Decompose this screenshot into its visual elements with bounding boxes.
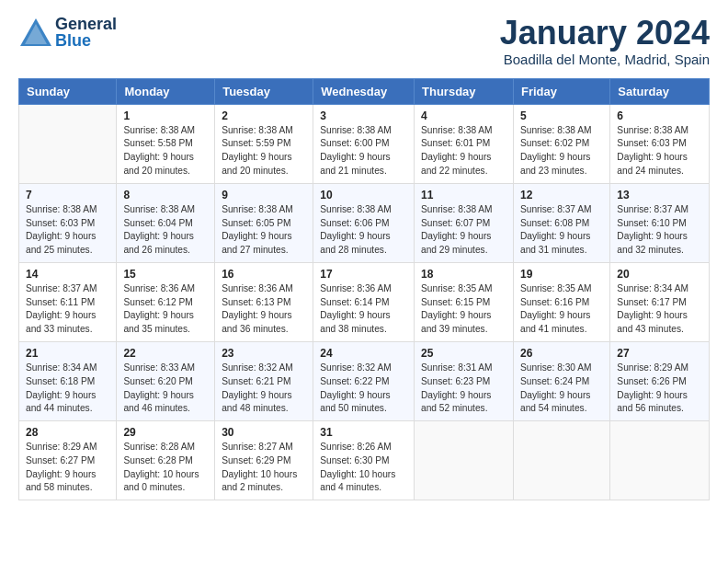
calendar-week-row: 14Sunrise: 8:37 AMSunset: 6:11 PMDayligh… bbox=[19, 262, 710, 341]
logo-wrapper: General Blue bbox=[18, 15, 117, 50]
header-row: SundayMondayTuesdayWednesdayThursdayFrid… bbox=[19, 78, 710, 104]
day-number: 30 bbox=[222, 426, 306, 439]
calendar-day-cell: 17Sunrise: 8:36 AMSunset: 6:14 PMDayligh… bbox=[313, 262, 415, 341]
day-number: 21 bbox=[26, 347, 109, 360]
calendar-day-cell: 19Sunrise: 8:35 AMSunset: 6:16 PMDayligh… bbox=[513, 262, 609, 341]
day-number: 10 bbox=[320, 189, 407, 201]
day-number: 8 bbox=[123, 189, 208, 201]
calendar-table: SundayMondayTuesdayWednesdayThursdayFrid… bbox=[18, 78, 710, 501]
weekday-header: Friday bbox=[513, 78, 609, 104]
day-info: Sunrise: 8:38 AMSunset: 6:03 PMDaylight:… bbox=[26, 203, 109, 258]
day-info: Sunrise: 8:37 AMSunset: 6:11 PMDaylight:… bbox=[26, 282, 109, 337]
day-number: 28 bbox=[26, 426, 109, 439]
calendar-day-cell bbox=[415, 421, 514, 500]
day-number: 25 bbox=[421, 347, 506, 360]
calendar-day-cell bbox=[610, 421, 710, 500]
day-number: 6 bbox=[617, 109, 702, 122]
day-number: 2 bbox=[222, 109, 306, 122]
calendar-day-cell: 6Sunrise: 8:38 AMSunset: 6:03 PMDaylight… bbox=[610, 104, 710, 183]
day-info: Sunrise: 8:38 AMSunset: 6:06 PMDaylight:… bbox=[320, 203, 407, 258]
day-number: 29 bbox=[123, 426, 208, 439]
calendar-day-cell: 18Sunrise: 8:35 AMSunset: 6:15 PMDayligh… bbox=[415, 262, 514, 341]
day-number: 18 bbox=[421, 268, 506, 281]
day-info: Sunrise: 8:32 AMSunset: 6:22 PMDaylight:… bbox=[320, 362, 407, 416]
day-number: 9 bbox=[222, 189, 306, 201]
day-info: Sunrise: 8:34 AMSunset: 6:18 PMDaylight:… bbox=[26, 362, 109, 416]
calendar-day-cell: 31Sunrise: 8:26 AMSunset: 6:30 PMDayligh… bbox=[313, 421, 415, 500]
calendar-day-cell: 5Sunrise: 8:38 AMSunset: 6:02 PMDaylight… bbox=[513, 104, 609, 183]
calendar-day-cell bbox=[513, 421, 609, 500]
day-info: Sunrise: 8:38 AMSunset: 6:01 PMDaylight:… bbox=[421, 124, 506, 178]
logo-icon bbox=[18, 15, 53, 50]
day-number: 26 bbox=[520, 347, 603, 360]
day-info: Sunrise: 8:27 AMSunset: 6:29 PMDaylight:… bbox=[222, 441, 306, 495]
day-number: 15 bbox=[123, 268, 208, 281]
day-number: 22 bbox=[123, 347, 208, 360]
calendar-day-cell: 11Sunrise: 8:38 AMSunset: 6:07 PMDayligh… bbox=[415, 183, 514, 262]
calendar-page: General Blue January 2024 Boadilla del M… bbox=[0, 0, 728, 519]
logo-area: General Blue bbox=[18, 15, 117, 50]
day-info: Sunrise: 8:38 AMSunset: 5:59 PMDaylight:… bbox=[222, 124, 306, 178]
calendar-day-cell: 26Sunrise: 8:30 AMSunset: 6:24 PMDayligh… bbox=[513, 341, 609, 420]
day-number: 20 bbox=[617, 268, 702, 281]
day-number: 14 bbox=[26, 268, 109, 281]
calendar-day-cell: 22Sunrise: 8:33 AMSunset: 6:20 PMDayligh… bbox=[117, 341, 215, 420]
day-info: Sunrise: 8:35 AMSunset: 6:15 PMDaylight:… bbox=[421, 282, 506, 337]
calendar-day-cell: 28Sunrise: 8:29 AMSunset: 6:27 PMDayligh… bbox=[19, 421, 117, 500]
calendar-day-cell: 9Sunrise: 8:38 AMSunset: 6:05 PMDaylight… bbox=[215, 183, 313, 262]
day-number: 3 bbox=[320, 109, 407, 122]
calendar-day-cell: 21Sunrise: 8:34 AMSunset: 6:18 PMDayligh… bbox=[19, 341, 117, 420]
day-number: 12 bbox=[520, 189, 603, 201]
calendar-day-cell: 20Sunrise: 8:34 AMSunset: 6:17 PMDayligh… bbox=[610, 262, 710, 341]
day-number: 11 bbox=[421, 189, 506, 201]
day-info: Sunrise: 8:36 AMSunset: 6:12 PMDaylight:… bbox=[123, 282, 208, 337]
day-info: Sunrise: 8:29 AMSunset: 6:26 PMDaylight:… bbox=[617, 362, 702, 416]
day-info: Sunrise: 8:37 AMSunset: 6:10 PMDaylight:… bbox=[617, 203, 702, 258]
day-info: Sunrise: 8:26 AMSunset: 6:30 PMDaylight:… bbox=[320, 441, 407, 495]
calendar-day-cell: 1Sunrise: 8:38 AMSunset: 5:58 PMDaylight… bbox=[117, 104, 215, 183]
day-info: Sunrise: 8:31 AMSunset: 6:23 PMDaylight:… bbox=[421, 362, 506, 416]
logo-text-block: General Blue bbox=[55, 16, 117, 49]
day-number: 24 bbox=[320, 347, 407, 360]
calendar-day-cell: 8Sunrise: 8:38 AMSunset: 6:04 PMDaylight… bbox=[117, 183, 215, 262]
calendar-day-cell: 25Sunrise: 8:31 AMSunset: 6:23 PMDayligh… bbox=[415, 341, 514, 420]
day-info: Sunrise: 8:38 AMSunset: 6:07 PMDaylight:… bbox=[421, 203, 506, 258]
logo-blue-text: Blue bbox=[55, 32, 117, 49]
day-number: 13 bbox=[617, 189, 702, 201]
day-number: 19 bbox=[520, 268, 603, 281]
calendar-day-cell: 15Sunrise: 8:36 AMSunset: 6:12 PMDayligh… bbox=[117, 262, 215, 341]
logo-general-text: General bbox=[55, 16, 117, 32]
day-info: Sunrise: 8:38 AMSunset: 6:04 PMDaylight:… bbox=[123, 203, 208, 258]
day-info: Sunrise: 8:35 AMSunset: 6:16 PMDaylight:… bbox=[520, 282, 603, 337]
calendar-day-cell: 23Sunrise: 8:32 AMSunset: 6:21 PMDayligh… bbox=[215, 341, 313, 420]
day-info: Sunrise: 8:38 AMSunset: 6:02 PMDaylight:… bbox=[520, 124, 603, 178]
day-number: 7 bbox=[26, 189, 109, 201]
day-info: Sunrise: 8:34 AMSunset: 6:17 PMDaylight:… bbox=[617, 282, 702, 337]
day-info: Sunrise: 8:36 AMSunset: 6:13 PMDaylight:… bbox=[222, 282, 306, 337]
calendar-day-cell: 14Sunrise: 8:37 AMSunset: 6:11 PMDayligh… bbox=[19, 262, 117, 341]
day-number: 4 bbox=[421, 109, 506, 122]
calendar-day-cell: 12Sunrise: 8:37 AMSunset: 6:08 PMDayligh… bbox=[513, 183, 609, 262]
weekday-header: Monday bbox=[117, 78, 215, 104]
day-number: 5 bbox=[520, 109, 603, 122]
day-info: Sunrise: 8:33 AMSunset: 6:20 PMDaylight:… bbox=[123, 362, 208, 416]
day-info: Sunrise: 8:28 AMSunset: 6:28 PMDaylight:… bbox=[123, 441, 208, 495]
calendar-day-cell: 13Sunrise: 8:37 AMSunset: 6:10 PMDayligh… bbox=[610, 183, 710, 262]
day-info: Sunrise: 8:29 AMSunset: 6:27 PMDaylight:… bbox=[26, 441, 109, 495]
calendar-week-row: 28Sunrise: 8:29 AMSunset: 6:27 PMDayligh… bbox=[19, 421, 710, 500]
weekday-header: Wednesday bbox=[313, 78, 415, 104]
calendar-day-cell: 2Sunrise: 8:38 AMSunset: 5:59 PMDaylight… bbox=[215, 104, 313, 183]
weekday-header: Sunday bbox=[19, 78, 117, 104]
calendar-week-row: 21Sunrise: 8:34 AMSunset: 6:18 PMDayligh… bbox=[19, 341, 710, 420]
header: General Blue January 2024 Boadilla del M… bbox=[18, 15, 710, 67]
calendar-day-cell: 7Sunrise: 8:38 AMSunset: 6:03 PMDaylight… bbox=[19, 183, 117, 262]
day-info: Sunrise: 8:38 AMSunset: 6:05 PMDaylight:… bbox=[222, 203, 306, 258]
weekday-header: Tuesday bbox=[215, 78, 313, 104]
weekday-header: Saturday bbox=[610, 78, 710, 104]
day-number: 27 bbox=[617, 347, 702, 360]
day-info: Sunrise: 8:36 AMSunset: 6:14 PMDaylight:… bbox=[320, 282, 407, 337]
calendar-week-row: 1Sunrise: 8:38 AMSunset: 5:58 PMDaylight… bbox=[19, 104, 710, 183]
day-info: Sunrise: 8:38 AMSunset: 5:58 PMDaylight:… bbox=[123, 124, 208, 178]
day-info: Sunrise: 8:38 AMSunset: 6:03 PMDaylight:… bbox=[617, 124, 702, 178]
day-info: Sunrise: 8:38 AMSunset: 6:00 PMDaylight:… bbox=[320, 124, 407, 178]
